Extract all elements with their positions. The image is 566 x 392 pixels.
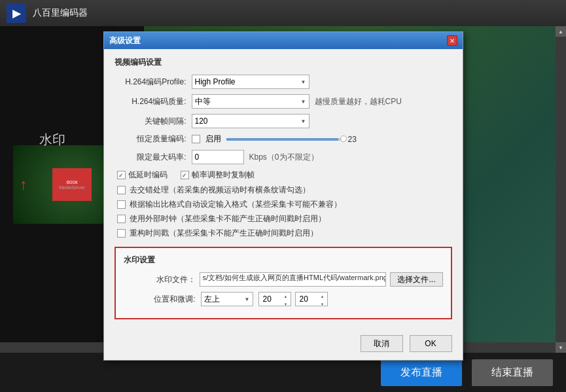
pos-x-up-icon[interactable]: ▲ (283, 293, 289, 300)
quality-select-value: 中等 (195, 96, 306, 107)
ext-clock-row: 使用外部时钟（某些采集卡不能产生正确时间戳时启用） (115, 213, 452, 224)
checkbox-group-1: ✓ 低延时编码 ✓ 帧率调整时复制帧 (117, 169, 255, 181)
low-latency-label: 低延时编码 (128, 169, 168, 181)
pos-y-down-icon[interactable]: ▼ (319, 300, 326, 308)
position-select-arrow-icon: ▼ (245, 296, 250, 302)
reset-clock-label: 重构时间戳（某些采集卡不能产生正确时间戳时启用） (130, 228, 318, 239)
max-bitrate-row: 限定最大码率: 0 Kbps（0为不限定） (115, 150, 452, 164)
ok-button[interactable]: OK (410, 335, 452, 352)
position-label: 位置和微调: (124, 294, 196, 305)
ext-clock-label: 使用外部时钟（某些采集卡不能产生正确时间戳时启用） (130, 213, 326, 224)
browse-button[interactable]: 选择文件... (390, 272, 442, 287)
dialog-overlay: 高级设置 ✕ 视频编码设置 H.264编码Profile: High Profi… (0, 0, 566, 392)
reset-clock-row: 重构时间戳（某些采集卡不能产生正确时间戳时启用） (115, 228, 452, 239)
advanced-settings-dialog: 高级设置 ✕ 视频编码设置 H.264编码Profile: High Profi… (103, 31, 463, 361)
cbr-checkbox[interactable] (192, 135, 200, 143)
frame-rate-checkbox[interactable]: ✓ (181, 171, 189, 179)
watermark-section-header: 水印设置 (124, 255, 443, 266)
cancel-button[interactable]: 取消 (361, 335, 403, 352)
profile-select-value: High Profile (195, 77, 306, 86)
cbr-row: 恒定质量编码: 启用 23 (115, 134, 452, 145)
pos-y-value: 20 (297, 294, 319, 304)
watermark-section: 水印设置 水印文件： s/文档/如何生成嵌入网页的直播HTML代码/waterm… (115, 247, 452, 319)
pos-x-value: 20 (260, 294, 283, 304)
auto-format-label: 根据输出比格式自动设定输入格式（某些采集卡可能不兼容） (130, 199, 342, 210)
watermark-file-path: s/文档/如何生成嵌入网页的直播HTML代码/watermark.png (200, 272, 387, 287)
keyframe-select-value: 120 (195, 116, 306, 126)
dialog-body: 视频编码设置 H.264编码Profile: High Profile ▼ H.… (104, 49, 463, 327)
dialog-footer: 取消 OK (104, 327, 463, 360)
slider-value: 23 (348, 135, 361, 144)
max-bitrate-hint: Kbps（0为不限定） (249, 152, 319, 163)
profile-select-arrow-icon: ▼ (301, 79, 306, 85)
pos-y-spinner[interactable]: 20 ▲ ▼ (295, 292, 328, 306)
slider-thumb (340, 135, 347, 142)
deinterlace-label: 去交错处理（若采集的视频运动时有横条纹请勾选） (130, 185, 310, 196)
profile-row: H.264编码Profile: High Profile ▼ (115, 75, 452, 89)
low-latency-checkbox[interactable]: ✓ (117, 171, 126, 179)
max-bitrate-label: 限定最大码率: (115, 152, 186, 163)
pos-x-spinner[interactable]: 20 ▲ ▼ (258, 292, 291, 306)
deinterlace-row: 去交错处理（若采集的视频运动时有横条纹请勾选） (115, 185, 452, 196)
position-row: 位置和微调: 左上 ▼ 20 ▲ ▼ (124, 292, 443, 306)
video-encode-section-header: 视频编码设置 (115, 57, 452, 68)
position-select[interactable]: 左上 ▼ (201, 292, 253, 306)
pos-y-up-icon[interactable]: ▲ (319, 293, 326, 300)
quality-slider[interactable]: 23 (226, 135, 452, 144)
ext-clock-checkbox[interactable] (117, 215, 126, 223)
quality-select[interactable]: 中等 ▼ (192, 94, 310, 109)
cbr-enable-label: 启用 (205, 134, 221, 145)
deinterlace-checkbox[interactable] (117, 186, 126, 194)
frame-rate-item: ✓ 帧率调整时复制帧 (181, 169, 255, 181)
max-bitrate-input[interactable]: 0 (192, 150, 244, 164)
spinner-group: 20 ▲ ▼ 20 ▲ ▼ (258, 292, 328, 306)
pos-x-arrows: ▲ ▼ (283, 293, 289, 306)
dialog-close-button[interactable]: ✕ (447, 35, 457, 46)
keyframe-label: 关键帧间隔: (115, 116, 186, 127)
quality-select-arrow-icon: ▼ (301, 99, 306, 105)
pos-y-arrows: ▲ ▼ (319, 293, 326, 306)
dialog-title: 高级设置 (109, 35, 141, 46)
max-bitrate-value: 0 (195, 152, 200, 162)
watermark-path-value: s/文档/如何生成嵌入网页的直播HTML代码/watermark.png (203, 274, 387, 281)
keyframe-select-arrow-icon: ▼ (301, 118, 306, 124)
profile-label: H.264编码Profile: (115, 77, 186, 88)
pos-x-down-icon[interactable]: ▼ (283, 300, 289, 308)
quality-label: H.264编码质量: (115, 96, 186, 107)
quality-row: H.264编码质量: 中等 ▼ 越慢质量越好，越耗CPU (115, 94, 452, 109)
dialog-titlebar: 高级设置 ✕ (104, 32, 463, 49)
cbr-label: 恒定质量编码: (115, 134, 186, 145)
watermark-file-row: 水印文件： s/文档/如何生成嵌入网页的直播HTML代码/watermark.p… (124, 272, 443, 287)
watermark-file-label: 水印文件： (124, 274, 196, 285)
keyframe-select[interactable]: 120 ▼ (192, 114, 310, 128)
quality-hint: 越慢质量越好，越耗CPU (315, 96, 402, 107)
position-select-value: 左上 (204, 294, 250, 305)
frame-rate-label: 帧率调整时复制帧 (192, 169, 255, 181)
auto-format-checkbox[interactable] (117, 200, 126, 209)
profile-select[interactable]: High Profile ▼ (192, 75, 310, 89)
slider-track (226, 138, 344, 141)
reset-clock-checkbox[interactable] (117, 229, 126, 238)
keyframe-row: 关键帧间隔: 120 ▼ (115, 114, 452, 128)
slider-fill (226, 138, 338, 141)
auto-format-row: 根据输出比格式自动设定输入格式（某些采集卡可能不兼容） (115, 199, 452, 210)
checkbox-row-1: ✓ 低延时编码 ✓ 帧率调整时复制帧 (115, 169, 452, 181)
low-latency-item: ✓ 低延时编码 (117, 169, 168, 181)
